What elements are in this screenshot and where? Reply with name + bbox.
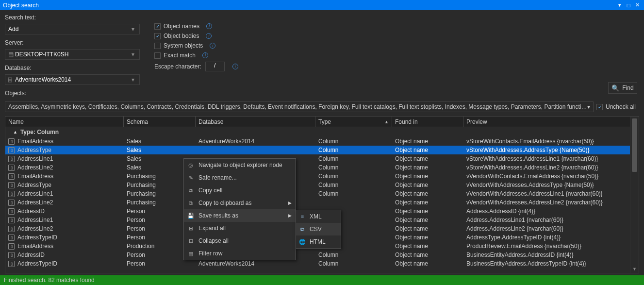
checkbox-icon xyxy=(154,43,161,49)
info-icon[interactable]: i xyxy=(210,43,215,49)
table-row[interactable]: ▯AddressLine1PurchasingColumnObject name… xyxy=(5,189,639,198)
uncheck-all-checkbox[interactable]: Uncheck all xyxy=(596,103,639,110)
menu-item[interactable]: ▤Filter row xyxy=(184,247,296,260)
maximize-icon[interactable]: □ xyxy=(625,1,632,9)
dropdown-icon[interactable]: ▾ xyxy=(616,1,624,9)
vertical-scrollbar[interactable]: ▲ ▼ xyxy=(630,117,639,273)
column-icon: ▯ xyxy=(8,235,15,241)
menu-item[interactable]: ⧉Copy cell xyxy=(184,184,296,197)
chevron-down-icon: ▾ xyxy=(130,76,136,83)
save-icon: 💾 xyxy=(187,212,195,219)
info-icon[interactable]: i xyxy=(232,64,238,69)
exact-match-checkbox[interactable]: Exact match i xyxy=(154,52,238,59)
menu-item[interactable]: ◎Navigate to object explorer node xyxy=(184,159,296,171)
search-text-label: Search text: xyxy=(5,14,140,21)
menu-item[interactable]: ⧉Copy to clipboard as▶ xyxy=(184,197,296,209)
info-icon[interactable]: i xyxy=(206,23,212,29)
submenu-item[interactable]: ⧉CSV xyxy=(296,223,341,235)
column-icon: ▯ xyxy=(8,191,15,197)
column-icon: ▯ xyxy=(8,217,15,223)
table-row[interactable]: ▯AddressTypeIDPersonAdventureWorks2014Co… xyxy=(5,259,639,268)
chevron-down-icon: ▾ xyxy=(130,51,136,58)
column-icon: ▯ xyxy=(8,252,15,258)
objects-select[interactable]: Assemblies, Asymmetric keys, Certificate… xyxy=(5,101,594,112)
column-icon: ▯ xyxy=(8,138,15,145)
csv-icon: ⧉ xyxy=(298,225,306,233)
status-bar: Finished search. 82 matches found xyxy=(0,275,644,285)
col-header-name[interactable]: Name xyxy=(5,117,124,127)
close-icon[interactable]: ✕ xyxy=(633,1,641,9)
server-select[interactable]: ▤ DESKTOP-ITTK0SH ▾ xyxy=(5,49,140,60)
table-row[interactable]: ▯EmailAddressSalesAdventureWorks2014Colu… xyxy=(5,137,639,146)
menu-item[interactable]: 💾Save results as▶ xyxy=(184,209,296,222)
search-text-input[interactable]: Add ▾ xyxy=(5,24,140,34)
save-as-submenu: ≡XML⧉CSV🌐HTML xyxy=(296,210,341,249)
table-row[interactable]: ▯AddressLine2PurchasingObject namevVendo… xyxy=(5,198,639,207)
column-icon: ▯ xyxy=(8,200,15,206)
table-row[interactable]: ▯AddressTypePurchasingColumnObject namev… xyxy=(5,181,639,189)
checkbox-icon xyxy=(154,33,161,39)
info-icon[interactable]: i xyxy=(202,52,208,58)
column-icon: ▯ xyxy=(8,243,15,250)
column-icon: ▯ xyxy=(8,173,15,180)
expand-icon: ⊞ xyxy=(187,224,195,232)
group-row[interactable]: ▲ Type: Column xyxy=(5,127,639,137)
column-icon: ▯ xyxy=(8,165,15,171)
titlebar: Object search ▾ □ ✕ xyxy=(0,0,644,10)
column-icon: ▯ xyxy=(8,208,15,215)
chevron-right-icon: ▶ xyxy=(288,201,292,205)
chevron-down-icon: ▾ xyxy=(130,26,136,33)
menu-item[interactable]: ⊟Collapse all xyxy=(184,235,296,247)
col-header-preview[interactable]: Preview xyxy=(463,117,639,127)
col-header-type[interactable]: Type▲ xyxy=(315,117,392,127)
column-icon: ▯ xyxy=(8,226,15,232)
collapse-icon: ⊟ xyxy=(187,237,195,245)
table-row[interactable]: ▯AddressLine2SalesColumnObject namevStor… xyxy=(5,163,639,172)
rename-icon: ✎ xyxy=(187,174,195,182)
table-row[interactable]: ▯AddressIDPersonAdventureWorks2014Column… xyxy=(5,251,639,259)
scroll-down-icon[interactable]: ▼ xyxy=(630,265,639,273)
checkbox-icon xyxy=(154,23,161,30)
escape-char-label: Escape character: xyxy=(154,63,201,70)
database-icon: ⌸ xyxy=(8,76,15,83)
collapse-icon: ▲ xyxy=(13,130,17,134)
status-text: Finished search. 82 matches found xyxy=(4,277,95,284)
find-button[interactable]: 🔍 Find xyxy=(608,82,637,94)
object-bodies-checkbox[interactable]: Object bodies i xyxy=(154,33,238,39)
column-icon: ▯ xyxy=(8,261,15,267)
copy-icon: ⧉ xyxy=(187,186,195,194)
info-icon[interactable]: i xyxy=(206,33,212,39)
results-grid: Name Schema Database Type▲ Found in Prev… xyxy=(5,116,639,273)
objects-label: Objects: xyxy=(5,90,639,97)
content-area: Search text: Add ▾ Server: ▤ DESKTOP-ITT… xyxy=(0,10,644,275)
target-icon: ◎ xyxy=(187,161,195,169)
col-header-schema[interactable]: Schema xyxy=(124,117,196,127)
database-label: Database: xyxy=(5,65,140,71)
search-icon: 🔍 xyxy=(611,84,619,92)
col-header-found[interactable]: Found in xyxy=(392,117,463,127)
col-header-database[interactable]: Database xyxy=(196,117,315,127)
menu-item[interactable]: ⊞Expand all xyxy=(184,222,296,235)
copy-icon: ⧉ xyxy=(187,199,195,207)
object-names-checkbox[interactable]: Object names i xyxy=(154,23,238,30)
checkbox-icon xyxy=(596,104,603,110)
escape-char-input[interactable]: / xyxy=(205,62,225,71)
submenu-item[interactable]: ≡XML xyxy=(296,210,341,223)
chevron-right-icon: ▶ xyxy=(288,213,292,218)
table-row[interactable]: ▯AddressTypeSalesColumnObject namevStore… xyxy=(5,146,639,154)
sort-asc-icon: ▲ xyxy=(384,119,389,124)
server-label: Server: xyxy=(5,39,140,46)
menu-item[interactable]: ✎Safe rename... xyxy=(184,171,296,184)
chevron-down-icon: ▾ xyxy=(587,103,590,110)
column-icon: ▯ xyxy=(8,147,15,153)
database-select[interactable]: ⌸ AdventureWorks2014 ▾ xyxy=(5,74,140,85)
table-row[interactable]: ▯AddressLine1SalesColumnObject namevStor… xyxy=(5,154,639,163)
scroll-thumb[interactable] xyxy=(632,118,637,172)
context-menu: ◎Navigate to object explorer node✎Safe r… xyxy=(183,158,296,260)
html-icon: 🌐 xyxy=(298,238,306,246)
server-icon: ▤ xyxy=(8,51,15,58)
table-row[interactable]: ▯EmailAddressPurchasingColumnObject name… xyxy=(5,172,639,181)
system-objects-checkbox[interactable]: System objects i xyxy=(154,42,238,49)
filter-icon: ▤ xyxy=(187,250,195,257)
submenu-item[interactable]: 🌐HTML xyxy=(296,235,341,248)
